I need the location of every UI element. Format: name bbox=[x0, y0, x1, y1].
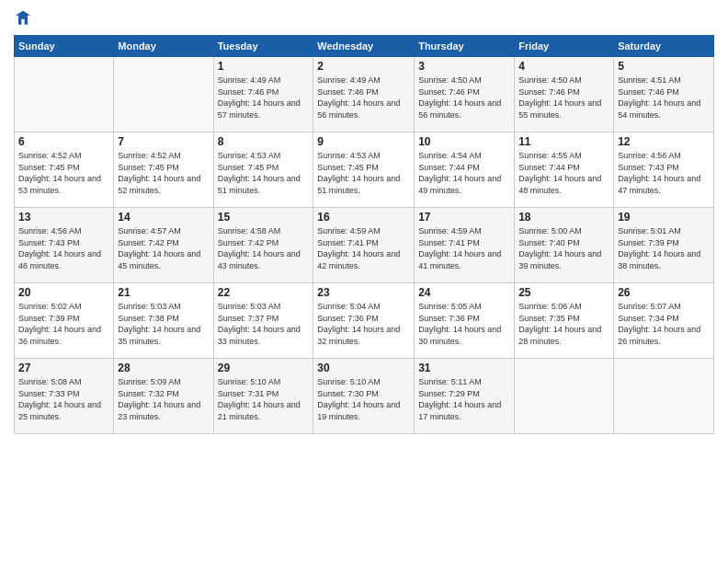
calendar-cell: 28Sunrise: 5:09 AMSunset: 7:32 PMDayligh… bbox=[114, 359, 213, 434]
day-info: Sunrise: 4:53 AMSunset: 7:45 PMDaylight:… bbox=[317, 150, 410, 196]
day-info: Sunrise: 5:08 AMSunset: 7:33 PMDaylight:… bbox=[18, 376, 109, 422]
day-info: Sunrise: 4:51 AMSunset: 7:46 PMDaylight:… bbox=[618, 75, 710, 121]
day-number: 20 bbox=[18, 286, 109, 299]
day-info: Sunrise: 4:50 AMSunset: 7:46 PMDaylight:… bbox=[418, 75, 510, 121]
day-info: Sunrise: 5:02 AMSunset: 7:39 PMDaylight:… bbox=[18, 301, 109, 347]
day-number: 13 bbox=[18, 211, 109, 224]
day-info: Sunrise: 4:56 AMSunset: 7:43 PMDaylight:… bbox=[18, 225, 109, 271]
day-number: 29 bbox=[218, 362, 310, 374]
logo-icon bbox=[14, 9, 32, 28]
calendar-cell: 9Sunrise: 4:53 AMSunset: 7:45 PMDaylight… bbox=[313, 132, 415, 208]
calendar-cell: 4Sunrise: 4:50 AMSunset: 7:46 PMDaylight… bbox=[515, 57, 614, 132]
day-number: 17 bbox=[418, 211, 510, 224]
day-info: Sunrise: 4:58 AMSunset: 7:42 PMDaylight:… bbox=[218, 225, 310, 271]
calendar-week-0: 1Sunrise: 4:49 AMSunset: 7:46 PMDaylight… bbox=[15, 57, 714, 132]
day-number: 1 bbox=[218, 60, 310, 73]
col-monday: Monday bbox=[114, 36, 213, 57]
page-header bbox=[14, 9, 714, 28]
day-number: 14 bbox=[118, 211, 209, 224]
col-wednesday: Wednesday bbox=[313, 36, 415, 57]
logo bbox=[14, 9, 36, 28]
calendar-cell: 7Sunrise: 4:52 AMSunset: 7:45 PMDaylight… bbox=[114, 132, 213, 208]
day-info: Sunrise: 5:09 AMSunset: 7:32 PMDaylight:… bbox=[118, 376, 209, 422]
calendar-cell: 6Sunrise: 4:52 AMSunset: 7:45 PMDaylight… bbox=[15, 132, 114, 208]
col-tuesday: Tuesday bbox=[213, 36, 313, 57]
day-number: 18 bbox=[518, 211, 609, 224]
day-info: Sunrise: 5:11 AMSunset: 7:29 PMDaylight:… bbox=[418, 376, 510, 422]
calendar-week-4: 27Sunrise: 5:08 AMSunset: 7:33 PMDayligh… bbox=[15, 359, 714, 434]
weekday-row: Sunday Monday Tuesday Wednesday Thursday… bbox=[15, 36, 714, 57]
day-info: Sunrise: 5:00 AMSunset: 7:40 PMDaylight:… bbox=[518, 225, 609, 271]
col-friday: Friday bbox=[515, 36, 614, 57]
calendar-cell: 22Sunrise: 5:03 AMSunset: 7:37 PMDayligh… bbox=[213, 283, 313, 359]
calendar-cell: 10Sunrise: 4:54 AMSunset: 7:44 PMDayligh… bbox=[415, 132, 515, 208]
col-saturday: Saturday bbox=[614, 36, 714, 57]
day-number: 30 bbox=[317, 362, 410, 374]
calendar-cell: 30Sunrise: 5:10 AMSunset: 7:30 PMDayligh… bbox=[313, 359, 415, 434]
calendar-cell: 1Sunrise: 4:49 AMSunset: 7:46 PMDaylight… bbox=[213, 57, 313, 132]
calendar-cell: 19Sunrise: 5:01 AMSunset: 7:39 PMDayligh… bbox=[614, 208, 714, 283]
day-number: 11 bbox=[518, 135, 609, 148]
calendar-header: Sunday Monday Tuesday Wednesday Thursday… bbox=[15, 36, 714, 57]
calendar-cell bbox=[515, 359, 614, 434]
calendar-cell: 25Sunrise: 5:06 AMSunset: 7:35 PMDayligh… bbox=[515, 283, 614, 359]
day-info: Sunrise: 4:53 AMSunset: 7:45 PMDaylight:… bbox=[218, 150, 310, 196]
day-info: Sunrise: 5:04 AMSunset: 7:36 PMDaylight:… bbox=[317, 301, 410, 347]
calendar-body: 1Sunrise: 4:49 AMSunset: 7:46 PMDaylight… bbox=[15, 57, 714, 434]
calendar-week-1: 6Sunrise: 4:52 AMSunset: 7:45 PMDaylight… bbox=[15, 132, 714, 208]
calendar-cell: 17Sunrise: 4:59 AMSunset: 7:41 PMDayligh… bbox=[415, 208, 515, 283]
day-info: Sunrise: 4:55 AMSunset: 7:44 PMDaylight:… bbox=[518, 150, 609, 196]
day-number: 5 bbox=[618, 60, 710, 73]
day-info: Sunrise: 4:52 AMSunset: 7:45 PMDaylight:… bbox=[18, 150, 109, 196]
day-info: Sunrise: 4:49 AMSunset: 7:46 PMDaylight:… bbox=[317, 75, 410, 121]
day-info: Sunrise: 5:07 AMSunset: 7:34 PMDaylight:… bbox=[618, 301, 710, 347]
day-number: 6 bbox=[18, 135, 109, 148]
calendar-cell: 23Sunrise: 5:04 AMSunset: 7:36 PMDayligh… bbox=[313, 283, 415, 359]
day-number: 24 bbox=[418, 286, 510, 299]
day-number: 31 bbox=[418, 362, 510, 374]
day-info: Sunrise: 5:01 AMSunset: 7:39 PMDaylight:… bbox=[618, 225, 710, 271]
day-info: Sunrise: 4:52 AMSunset: 7:45 PMDaylight:… bbox=[118, 150, 209, 196]
calendar-cell: 14Sunrise: 4:57 AMSunset: 7:42 PMDayligh… bbox=[114, 208, 213, 283]
day-info: Sunrise: 5:10 AMSunset: 7:30 PMDaylight:… bbox=[317, 376, 410, 422]
day-number: 26 bbox=[618, 286, 710, 299]
day-number: 15 bbox=[218, 211, 310, 224]
calendar-cell: 18Sunrise: 5:00 AMSunset: 7:40 PMDayligh… bbox=[515, 208, 614, 283]
calendar-cell: 26Sunrise: 5:07 AMSunset: 7:34 PMDayligh… bbox=[614, 283, 714, 359]
calendar-cell: 27Sunrise: 5:08 AMSunset: 7:33 PMDayligh… bbox=[15, 359, 114, 434]
calendar-cell: 3Sunrise: 4:50 AMSunset: 7:46 PMDaylight… bbox=[415, 57, 515, 132]
calendar-cell: 29Sunrise: 5:10 AMSunset: 7:31 PMDayligh… bbox=[213, 359, 313, 434]
calendar-cell bbox=[614, 359, 714, 434]
day-info: Sunrise: 4:59 AMSunset: 7:41 PMDaylight:… bbox=[317, 225, 410, 271]
calendar-cell: 20Sunrise: 5:02 AMSunset: 7:39 PMDayligh… bbox=[15, 283, 114, 359]
calendar-cell bbox=[114, 57, 213, 132]
day-info: Sunrise: 5:03 AMSunset: 7:37 PMDaylight:… bbox=[218, 301, 310, 347]
calendar-cell: 5Sunrise: 4:51 AMSunset: 7:46 PMDaylight… bbox=[614, 57, 714, 132]
calendar-cell: 16Sunrise: 4:59 AMSunset: 7:41 PMDayligh… bbox=[313, 208, 415, 283]
day-number: 2 bbox=[317, 60, 410, 73]
day-number: 12 bbox=[618, 135, 710, 148]
day-number: 16 bbox=[317, 211, 410, 224]
calendar-page: Sunday Monday Tuesday Wednesday Thursday… bbox=[0, 0, 728, 563]
svg-marker-0 bbox=[16, 11, 31, 25]
day-number: 22 bbox=[218, 286, 310, 299]
day-info: Sunrise: 4:50 AMSunset: 7:46 PMDaylight:… bbox=[518, 75, 609, 121]
day-number: 21 bbox=[118, 286, 209, 299]
day-info: Sunrise: 4:49 AMSunset: 7:46 PMDaylight:… bbox=[218, 75, 310, 121]
calendar-week-3: 20Sunrise: 5:02 AMSunset: 7:39 PMDayligh… bbox=[15, 283, 714, 359]
day-info: Sunrise: 5:05 AMSunset: 7:36 PMDaylight:… bbox=[418, 301, 510, 347]
day-info: Sunrise: 4:56 AMSunset: 7:43 PMDaylight:… bbox=[618, 150, 710, 196]
calendar-cell: 2Sunrise: 4:49 AMSunset: 7:46 PMDaylight… bbox=[313, 57, 415, 132]
calendar-cell: 8Sunrise: 4:53 AMSunset: 7:45 PMDaylight… bbox=[213, 132, 313, 208]
day-info: Sunrise: 4:59 AMSunset: 7:41 PMDaylight:… bbox=[418, 225, 510, 271]
calendar-table: Sunday Monday Tuesday Wednesday Thursday… bbox=[14, 35, 714, 434]
day-number: 8 bbox=[218, 135, 310, 148]
calendar-cell: 12Sunrise: 4:56 AMSunset: 7:43 PMDayligh… bbox=[614, 132, 714, 208]
calendar-cell: 15Sunrise: 4:58 AMSunset: 7:42 PMDayligh… bbox=[213, 208, 313, 283]
calendar-cell: 21Sunrise: 5:03 AMSunset: 7:38 PMDayligh… bbox=[114, 283, 213, 359]
day-number: 19 bbox=[618, 211, 710, 224]
calendar-cell: 31Sunrise: 5:11 AMSunset: 7:29 PMDayligh… bbox=[415, 359, 515, 434]
day-number: 28 bbox=[118, 362, 209, 374]
calendar-week-2: 13Sunrise: 4:56 AMSunset: 7:43 PMDayligh… bbox=[15, 208, 714, 283]
col-sunday: Sunday bbox=[15, 36, 114, 57]
